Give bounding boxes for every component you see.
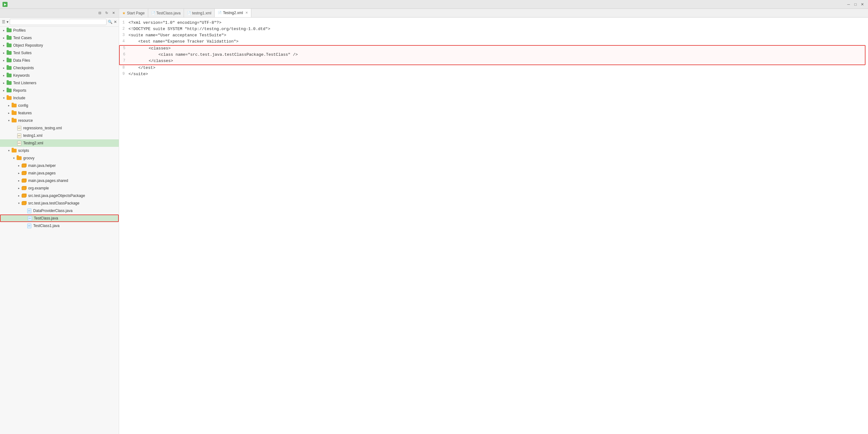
folder-icon xyxy=(11,119,17,123)
tree-toggle[interactable] xyxy=(1,43,6,48)
tree-toggle[interactable] xyxy=(1,35,6,40)
folder-icon xyxy=(17,156,22,160)
tree-item-main-java-pages[interactable]: main.java.pages xyxy=(0,169,119,177)
left-panel: ⊟ ↻ ✕ ☰ ▾ 🔍 ✕ ProfilesTest CasesObject R… xyxy=(0,9,119,434)
tree-item-data-files[interactable]: Data Files xyxy=(0,57,119,64)
line-content-5[interactable]: <classes> xyxy=(129,46,865,51)
tree-toggle[interactable] xyxy=(11,156,16,161)
panel-close-button[interactable]: ✕ xyxy=(111,10,116,16)
tree-item-test-cases[interactable]: Test Cases xyxy=(0,34,119,42)
tree-item-config[interactable]: config xyxy=(0,102,119,109)
tree-toggle[interactable] xyxy=(1,51,6,56)
main-container: ⊟ ↻ ✕ ☰ ▾ 🔍 ✕ ProfilesTest CasesObject R… xyxy=(0,9,868,434)
tree-toggle[interactable] xyxy=(16,201,21,206)
collapse-all-button[interactable]: ⊟ xyxy=(97,10,102,16)
search-button[interactable]: 🔍 xyxy=(108,20,113,24)
tree-item-label: Test Listeners xyxy=(13,81,118,85)
xml-file-icon: xml xyxy=(17,126,21,131)
folder-multi-icon xyxy=(22,178,27,183)
tree-toggle[interactable] xyxy=(16,171,21,176)
line-content-8[interactable]: </test> xyxy=(128,65,868,70)
tree-item-test-listeners[interactable]: Test Listeners xyxy=(0,79,119,87)
tree-toggle[interactable] xyxy=(1,28,6,33)
line-content-1[interactable]: <?xml version="1.0" encoding="UTF-8"?> xyxy=(128,20,868,25)
tree-toggle[interactable] xyxy=(1,80,6,86)
tab-test-class-java-tab[interactable]: 📄TestClass.java xyxy=(148,9,184,18)
folder-green-icon xyxy=(7,81,11,85)
file-tab-icon: 📄 xyxy=(218,11,221,14)
tree-item-icon xyxy=(6,42,12,48)
filter-icon[interactable]: ▾ xyxy=(7,20,8,24)
tree-item-icon xyxy=(11,110,17,116)
tree-item-test-class1-java[interactable]: </>TestClass1.java xyxy=(0,222,119,230)
maximize-button[interactable]: □ xyxy=(852,1,859,7)
tree-toggle[interactable] xyxy=(1,58,6,63)
tree-item-main-java-helper[interactable]: main.java.helper xyxy=(0,162,119,169)
tree-toggle[interactable] xyxy=(6,103,11,108)
tree-toggle[interactable] xyxy=(6,118,11,123)
tab-close-button[interactable]: ✕ xyxy=(245,11,248,14)
tree-item-checkpoints[interactable]: Checkpoints xyxy=(0,64,119,72)
code-line-6: 6 <class name="src.test.java.testClassPa… xyxy=(120,52,865,58)
sort-icon[interactable]: ☰ xyxy=(2,20,5,24)
tree-toggle[interactable] xyxy=(1,65,6,70)
tree-item-testng1-xml[interactable]: xmltestng1.xml xyxy=(0,132,119,139)
tree-item-src-test-java-pageObjectsPackage[interactable]: src.test.java.pageObjectsPackage xyxy=(0,192,119,199)
tree-toggle[interactable] xyxy=(16,186,21,191)
tree-item-scripts[interactable]: scripts xyxy=(0,147,119,154)
tree-item-testng2-xml[interactable]: xmlTestng2.xml xyxy=(0,139,119,147)
tree-toggle[interactable] xyxy=(1,73,6,78)
tree-toggle[interactable] xyxy=(16,193,21,198)
tree-item-icon: </> xyxy=(27,215,33,221)
tree-toggle[interactable] xyxy=(16,163,21,168)
tab-testng1-xml-tab[interactable]: 📄testng1.xml xyxy=(184,9,215,18)
search-input[interactable] xyxy=(10,19,106,25)
tree-item-icon xyxy=(21,200,27,206)
folder-green-icon xyxy=(7,66,11,70)
tree-item-regressions-testng[interactable]: xmlregressions_testng.xml xyxy=(0,124,119,132)
tree-toggle[interactable] xyxy=(16,178,21,183)
folder-multi-icon xyxy=(22,201,27,205)
tree-item-groovy[interactable]: groovy xyxy=(0,154,119,162)
tree-item-label: features xyxy=(18,111,118,115)
tree-item-test-suites[interactable]: Test Suites xyxy=(0,49,119,57)
folder-multi-icon xyxy=(22,171,27,175)
line-content-3[interactable]: <suite name="User acceptance TestSuite"> xyxy=(128,33,868,38)
tree-item-resource[interactable]: resource xyxy=(0,117,119,124)
tree-item-test-class-java[interactable]: </>TestClass.java xyxy=(0,214,119,222)
close-button[interactable]: ✕ xyxy=(859,1,866,7)
line-content-2[interactable]: <!DOCTYPE suite SYSTEM "http://testng.or… xyxy=(128,27,868,31)
tree-item-org-example[interactable]: org.example xyxy=(0,185,119,192)
tree-item-main-java-pages-shared[interactable]: main.java.pages.shared xyxy=(0,177,119,185)
tree-item-features[interactable]: features xyxy=(0,109,119,117)
line-content-6[interactable]: <class name="src.test.java.testClassPack… xyxy=(129,52,865,57)
tree-item-include[interactable]: Include xyxy=(0,94,119,102)
tree-item-icon xyxy=(16,155,22,161)
tab-testng2-xml-tab[interactable]: 📄Testng2.xml✕ xyxy=(215,9,251,18)
tab-start-page[interactable]: ★Start Page xyxy=(119,9,148,18)
tree-toggle[interactable] xyxy=(1,88,6,93)
tree-toggle[interactable] xyxy=(1,96,6,101)
clear-search-button[interactable]: ✕ xyxy=(114,20,117,24)
tree-item-object-repository[interactable]: Object Repository xyxy=(0,42,119,49)
tree-item-icon xyxy=(6,35,12,41)
tree-item-reports[interactable]: Reports xyxy=(0,87,119,94)
line-content-7[interactable]: </classes> xyxy=(129,59,865,63)
tree-item-label: Reports xyxy=(13,88,118,93)
tree-item-icon xyxy=(6,65,12,71)
minimize-button[interactable]: ─ xyxy=(845,1,852,7)
file-tab-icon: 📄 xyxy=(187,11,191,15)
line-content-9[interactable]: </suite> xyxy=(128,72,868,76)
line-content-4[interactable]: <test name="Expense Tracker Validattion"… xyxy=(128,39,868,44)
tree-item-data-provider-class[interactable]: </>DataProviderClass.java xyxy=(0,207,119,214)
tree-item-label: config xyxy=(18,103,118,108)
tree-item-profiles[interactable]: Profiles xyxy=(0,27,119,34)
tree-toggle[interactable] xyxy=(6,148,11,153)
tab-label: TestClass.java xyxy=(156,11,181,15)
tree-item-keywords[interactable]: Keywords xyxy=(0,72,119,79)
tree-item-src-test-java-testClassPackage[interactable]: src.test.java.testClassPackage xyxy=(0,199,119,207)
refresh-button[interactable]: ↻ xyxy=(104,10,110,16)
folder-icon xyxy=(11,104,17,107)
tree-toggle[interactable] xyxy=(6,110,11,115)
line-number-3: 3 xyxy=(119,33,128,37)
